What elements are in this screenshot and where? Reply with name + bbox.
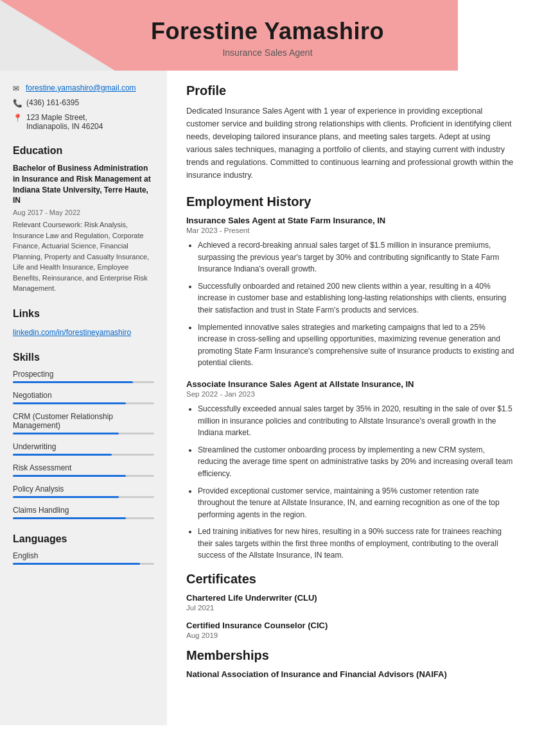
skill-item: Claims Handling: [13, 506, 154, 519]
languages-title: Languages: [13, 533, 154, 545]
language-item: English: [13, 551, 154, 565]
skill-bar-background: [13, 402, 154, 404]
job-title: Associate Insurance Sales Agent at Allst…: [186, 379, 516, 389]
contact-section: ✉ forestine.yamashiro@gmail.com 📞 (436) …: [13, 83, 154, 131]
skill-item: Policy Analysis: [13, 485, 154, 498]
skill-bar-background: [13, 496, 154, 498]
job-entry: Associate Insurance Sales Agent at Allst…: [186, 379, 516, 562]
candidate-name: Forestine Yamashiro: [0, 18, 535, 45]
skill-bar-fill: [13, 402, 126, 404]
address-item: 📍 123 Maple Street, Indianapolis, IN 462…: [13, 113, 154, 131]
linkedin-link[interactable]: linkedin.com/in/forestineyamashiro: [13, 328, 131, 337]
skill-name: Risk Assessment: [13, 463, 154, 472]
email-item: ✉ forestine.yamashiro@gmail.com: [13, 83, 154, 93]
skill-bar-fill: [13, 454, 112, 456]
skill-name: Claims Handling: [13, 506, 154, 515]
job-bullet: Successfully exceeded annual sales targe…: [198, 403, 516, 439]
job-bullet: Achieved a record-breaking annual sales …: [198, 239, 516, 275]
certs-list: Chartered Life Underwriter (CLU) Jul 202…: [186, 593, 516, 639]
skill-name: CRM (Customer Relationship Management): [13, 412, 154, 430]
certificate-date: Jul 2021: [186, 604, 516, 612]
skill-name: Policy Analysis: [13, 485, 154, 494]
language-bar-fill: [13, 563, 140, 565]
employment-section: Employment History Insurance Sales Agent…: [186, 194, 516, 562]
memberships-section: Memberships National Association of Insu…: [186, 648, 516, 679]
header: Forestine Yamashiro Insurance Sales Agen…: [0, 0, 535, 71]
certificates-title: Certificates: [186, 572, 516, 587]
certificate-name: Certified Insurance Counselor (CIC): [186, 621, 516, 630]
skill-item: Risk Assessment: [13, 463, 154, 477]
skill-bar-background: [13, 454, 154, 456]
education-title: Education: [13, 145, 154, 157]
skill-item: Prospecting: [13, 370, 154, 383]
phone-number: (436) 161-6395: [26, 98, 79, 107]
job-bullet: Streamlined the customer onboarding proc…: [198, 444, 516, 480]
skill-bar-fill: [13, 517, 126, 519]
skill-item: Underwriting: [13, 442, 154, 456]
skill-name: Underwriting: [13, 442, 154, 451]
job-entry: Insurance Sales Agent at State Farm Insu…: [186, 216, 516, 369]
profile-section: Profile Dedicated Insurance Sales Agent …: [186, 83, 516, 182]
job-bullet: Implemented innovative sales strategies …: [198, 322, 516, 369]
profile-text: Dedicated Insurance Sales Agent with 1 y…: [186, 105, 516, 182]
jobs-list: Insurance Sales Agent at State Farm Insu…: [186, 216, 516, 562]
certificate-name: Chartered Life Underwriter (CLU): [186, 593, 516, 603]
main-content: Profile Dedicated Insurance Sales Agent …: [167, 71, 535, 725]
memberships-list: National Association of Insurance and Fi…: [186, 669, 516, 679]
job-bullet: Led training initiatives for new hires, …: [198, 526, 516, 562]
skill-bar-background: [13, 433, 154, 434]
job-bullets-list: Achieved a record-breaking annual sales …: [186, 239, 516, 369]
certificate-entry: Chartered Life Underwriter (CLU) Jul 202…: [186, 593, 516, 612]
languages-section: Languages English: [13, 533, 154, 565]
job-dates: Sep 2022 - Jan 2023: [186, 390, 516, 398]
edu-dates: Aug 2017 - May 2022: [13, 209, 154, 216]
email-link[interactable]: forestine.yamashiro@gmail.com: [26, 83, 136, 92]
job-title: Insurance Sales Agent at State Farm Insu…: [186, 216, 516, 225]
skills-title: Skills: [13, 352, 154, 363]
job-bullet: Provided exceptional customer service, m…: [198, 485, 516, 521]
skill-bar-fill: [13, 475, 126, 477]
edu-coursework: Relevant Coursework: Risk Analysis, Insu…: [13, 219, 154, 294]
location-icon: 📍: [13, 114, 22, 123]
email-icon: ✉: [13, 84, 22, 93]
skill-name: Negotiation: [13, 391, 154, 400]
skill-item: Negotiation: [13, 391, 154, 404]
skill-bar-background: [13, 475, 154, 477]
candidate-title: Insurance Sales Agent: [0, 47, 535, 58]
employment-title: Employment History: [186, 194, 516, 209]
job-bullets-list: Successfully exceeded annual sales targe…: [186, 403, 516, 562]
skills-list: Prospecting Negotiation CRM (Customer Re…: [13, 370, 154, 519]
language-name: English: [13, 551, 154, 560]
job-bullet: Successfully onboarded and retained 200 …: [198, 280, 516, 316]
certificate-date: Aug 2019: [186, 631, 516, 639]
memberships-title: Memberships: [186, 648, 516, 663]
language-bar-background: [13, 563, 154, 565]
links-title: Links: [13, 308, 154, 320]
phone-item: 📞 (436) 161-6395: [13, 98, 154, 108]
skill-bar-background: [13, 381, 154, 383]
membership-entry: National Association of Insurance and Fi…: [186, 669, 516, 679]
certificate-entry: Certified Insurance Counselor (CIC) Aug …: [186, 621, 516, 639]
edu-degree: Bachelor of Business Administration in I…: [13, 163, 154, 206]
education-section: Education Bachelor of Business Administr…: [13, 145, 154, 294]
sidebar: ✉ forestine.yamashiro@gmail.com 📞 (436) …: [0, 71, 167, 725]
skill-bar-fill: [13, 496, 119, 498]
certificates-section: Certificates Chartered Life Underwriter …: [186, 572, 516, 639]
languages-list: English: [13, 551, 154, 565]
membership-name: National Association of Insurance and Fi…: [186, 669, 516, 679]
skill-item: CRM (Customer Relationship Management): [13, 412, 154, 434]
phone-icon: 📞: [13, 99, 22, 108]
skill-name: Prospecting: [13, 370, 154, 379]
main-layout: ✉ forestine.yamashiro@gmail.com 📞 (436) …: [0, 71, 535, 725]
profile-title: Profile: [186, 83, 516, 98]
skill-bar-fill: [13, 381, 133, 383]
address-text: 123 Maple Street, Indianapolis, IN 46204: [26, 113, 103, 131]
skills-section: Skills Prospecting Negotiation CRM (Cust…: [13, 352, 154, 519]
skill-bar-background: [13, 517, 154, 519]
job-dates: Mar 2023 - Present: [186, 227, 516, 234]
skill-bar-fill: [13, 433, 119, 434]
links-section: Links linkedin.com/in/forestineyamashiro: [13, 308, 154, 338]
